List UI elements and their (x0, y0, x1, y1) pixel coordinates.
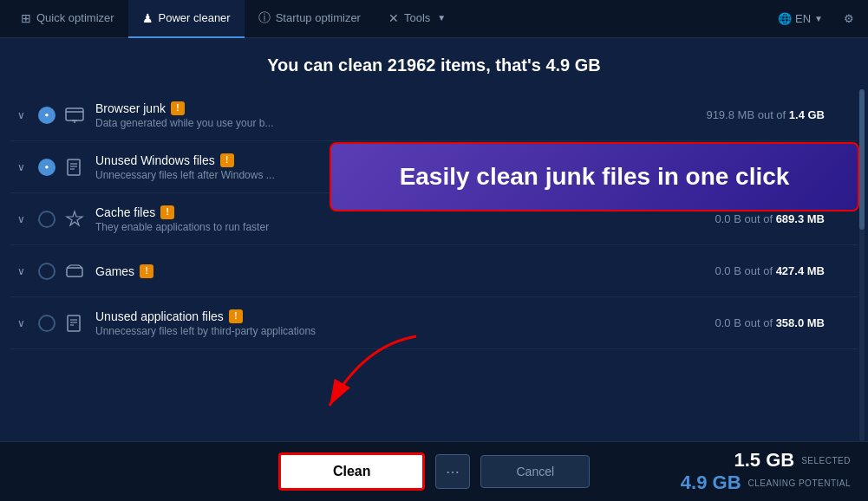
tooltip-overlay: Easily clean junk files in one click (330, 142, 859, 211)
app-files-size: 0.0 B out of 358.0 MB (715, 316, 851, 329)
app-files-info: Unused application files ! Unnecessary f… (95, 309, 715, 337)
list-item: ∨ Browser junk ! Data generated while yo… (10, 89, 858, 141)
tooltip-text: Easily clean junk files in one click (400, 163, 790, 190)
settings-button[interactable]: ⚙ (837, 9, 861, 29)
list-item: ∨ Unused application files ! Unnecessary… (10, 297, 858, 349)
cache-size: 0.0 B out of 689.3 MB (715, 212, 851, 225)
checkbox-app-files[interactable] (38, 315, 55, 332)
cache-warning: ! (160, 205, 174, 219)
app-files-warning: ! (229, 309, 243, 323)
svg-rect-0 (66, 108, 83, 120)
app-files-icon (62, 311, 87, 335)
potential-label: CLEANING POTENTIAL (748, 478, 851, 488)
tab-tools[interactable]: ✕ Tools ▼ (375, 0, 460, 38)
games-size: 0.0 B out of 427.4 MB (715, 264, 851, 277)
globe-icon: 🌐 (778, 12, 792, 25)
tab-power-cleaner-label: Power cleaner (159, 11, 231, 24)
content-header: You can clean 21962 items, that's 4.9 GB (0, 38, 868, 89)
browser-junk-size: 919.8 MB out of 1.4 GB (706, 108, 851, 121)
tools-icon: ✕ (388, 11, 399, 25)
list-item: ∨ Games ! 0.0 B out of 427.4 MB (10, 245, 858, 297)
more-icon: ⋯ (446, 464, 460, 480)
scrollbar-track[interactable] (859, 89, 865, 441)
checkbox-browser-junk[interactable] (38, 107, 55, 124)
potential-size: 4.9 GB (681, 472, 741, 494)
expand-arrow-cache[interactable]: ∨ (17, 213, 31, 225)
language-button[interactable]: 🌐 EN ▼ (771, 9, 830, 29)
games-icon (62, 259, 87, 283)
tab-tools-label: Tools (404, 11, 430, 24)
browser-junk-info: Browser junk ! Data generated while you … (95, 101, 706, 129)
bottom-bar: Clean ⋯ Cancel 1.5 GB SELECTED 4.9 GB CL… (0, 441, 868, 501)
quick-optimizer-icon: ⊞ (21, 11, 31, 25)
browser-junk-desc: Data generated while you use your b... (95, 117, 706, 129)
more-button[interactable]: ⋯ (435, 454, 470, 489)
app-files-desc: Unnecessary files left by third-party ap… (95, 325, 715, 337)
clean-button[interactable]: Clean (278, 452, 426, 491)
tab-power-cleaner[interactable]: ♟ Power cleaner (128, 0, 245, 38)
unused-windows-name: Unused Windows files (95, 153, 215, 167)
checkbox-unused-windows[interactable] (38, 159, 55, 176)
tab-quick-optimizer-label: Quick optimizer (36, 11, 114, 24)
main-content: You can clean 21962 items, that's 4.9 GB… (0, 38, 868, 501)
checkbox-games[interactable] (38, 263, 55, 280)
selected-size: 1.5 GB (734, 449, 795, 472)
startup-optimizer-icon: ⓘ (258, 10, 271, 26)
power-cleaner-icon: ♟ (142, 11, 153, 25)
svg-rect-9 (67, 268, 82, 277)
top-nav: ⊞ Quick optimizer ♟ Power cleaner ⓘ Star… (0, 0, 868, 38)
cache-desc: They enable applications to run faster (95, 221, 715, 233)
language-label: EN (795, 12, 811, 25)
gear-icon: ⚙ (844, 12, 854, 25)
games-name: Games (95, 264, 134, 278)
app-files-name: Unused application files (95, 309, 224, 323)
tab-quick-optimizer[interactable]: ⊞ Quick optimizer (7, 0, 128, 38)
tools-dropdown-icon: ▼ (437, 13, 446, 23)
lang-dropdown-icon: ▼ (814, 14, 823, 23)
expand-arrow-games[interactable]: ∨ (17, 265, 31, 277)
expand-arrow-unused-windows[interactable]: ∨ (17, 161, 31, 173)
browser-junk-warning: ! (171, 101, 185, 115)
expand-arrow-app-files[interactable]: ∨ (17, 317, 31, 329)
browser-junk-name: Browser junk (95, 101, 166, 115)
unused-windows-icon (62, 155, 87, 179)
unused-windows-warning: ! (220, 153, 234, 167)
cache-icon (62, 207, 87, 231)
header-text: You can clean 21962 items, that's 4.9 GB (267, 55, 601, 75)
svg-marker-8 (67, 211, 82, 225)
svg-rect-4 (68, 159, 80, 175)
nav-right: 🌐 EN ▼ ⚙ (771, 9, 861, 29)
cache-name: Cache files (95, 205, 155, 219)
cancel-button[interactable]: Cancel (480, 455, 590, 488)
selected-label: SELECTED (801, 456, 851, 465)
tab-startup-optimizer[interactable]: ⓘ Startup optimizer (245, 0, 375, 38)
checkbox-cache[interactable] (38, 211, 55, 228)
size-summary: 1.5 GB SELECTED 4.9 GB CLEANING POTENTIA… (681, 449, 851, 494)
games-warning: ! (140, 264, 153, 278)
games-info: Games ! (95, 264, 715, 278)
browser-junk-icon (62, 103, 87, 127)
scrollbar-thumb[interactable] (859, 89, 865, 230)
svg-rect-13 (68, 316, 80, 331)
expand-arrow-browser-junk[interactable]: ∨ (17, 109, 31, 121)
tab-startup-optimizer-label: Startup optimizer (276, 11, 361, 24)
